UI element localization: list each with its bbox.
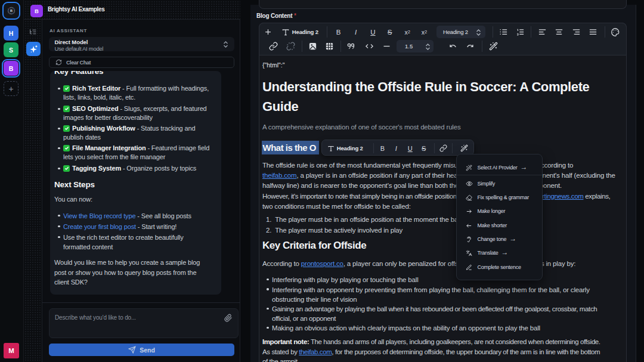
svg-text:B: B bbox=[10, 9, 13, 13]
